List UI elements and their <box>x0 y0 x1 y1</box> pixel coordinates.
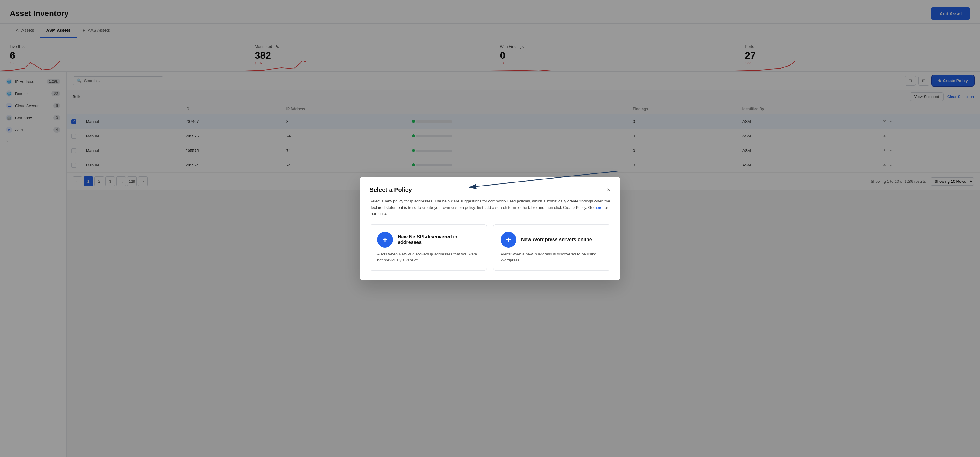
wordpress-policy-icon <box>501 232 516 248</box>
policy-card-wordpress-desc: Alerts when a new ip address is discover… <box>501 251 603 263</box>
plus-circle-icon <box>504 236 513 244</box>
plus-circle-icon <box>381 236 389 244</box>
modal-description: Select a new policy for ip addresses. Th… <box>369 198 611 217</box>
netspi-policy-icon <box>377 232 393 248</box>
policy-card-netspi-desc: Alerts when NetSPI discovers ip addresse… <box>377 251 479 263</box>
select-policy-modal: Select a Policy × Select a new policy fo… <box>360 177 620 280</box>
policy-card-netspi-title: New NetSPI-discovered ip addresses <box>398 234 479 245</box>
svg-line-0 <box>469 171 620 187</box>
modal-title: Select a Policy <box>369 186 412 193</box>
policy-card-netspi-header: New NetSPI-discovered ip addresses <box>377 232 479 248</box>
policy-card-wordpress-title: New Wordpress servers online <box>521 237 592 242</box>
policy-card-netspi[interactable]: New NetSPI-discovered ip addresses Alert… <box>369 224 487 271</box>
modal-overlay[interactable]: Select a Policy × Select a new policy fo… <box>0 0 980 457</box>
policy-card-wordpress[interactable]: New Wordpress servers online Alerts when… <box>493 224 611 271</box>
policy-cards: New NetSPI-discovered ip addresses Alert… <box>369 224 611 271</box>
modal-header: Select a Policy × <box>369 186 611 193</box>
modal-close-button[interactable]: × <box>607 187 611 193</box>
policy-card-wordpress-header: New Wordpress servers online <box>501 232 603 248</box>
modal-link[interactable]: here <box>595 205 603 210</box>
